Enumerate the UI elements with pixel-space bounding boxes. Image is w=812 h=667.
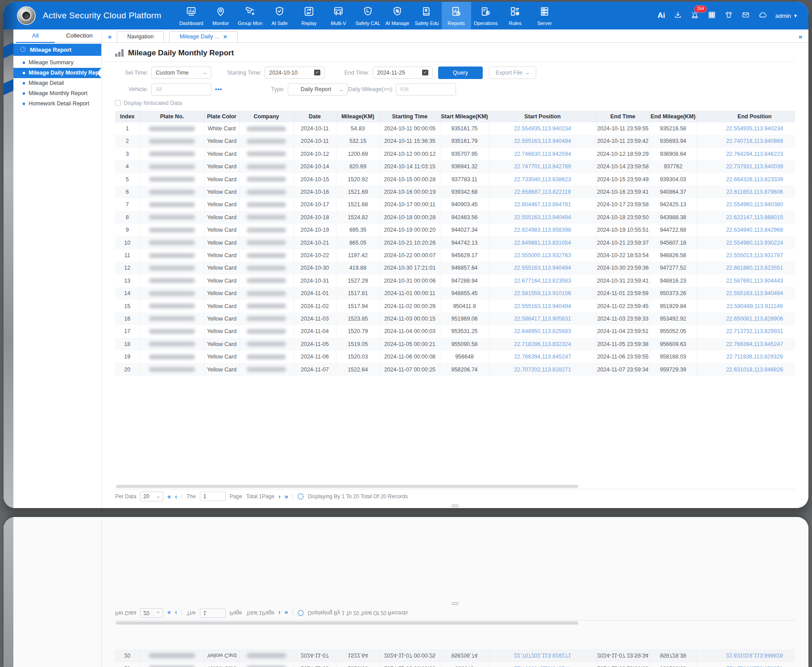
per-page-select[interactable]: 20 ⌄ [140,492,163,501]
cell-start_position[interactable]: 22.658687,113.822119 [489,186,596,198]
cell-end_position[interactable]: 22.711938,113.829329 [696,350,795,363]
cell-end_position[interactable]: 22.740718,113.840869 [696,135,795,147]
sidebar-item-mileage-summary[interactable]: Mileage Summary [13,58,101,68]
nav-item-ai-safe[interactable]: AI Safe [265,2,294,29]
calendar-icon[interactable]: ✓ [422,70,428,75]
nav-item-group-mon[interactable]: Group Mon [236,2,265,29]
cell-start_position[interactable]: 22.555163,113.940494 [489,300,596,312]
cell-start_position[interactable]: 22.707202,113.828271 [489,363,596,375]
cell-start_position[interactable]: 22.555163,113.940494 [489,262,596,274]
cell-end_position[interactable]: 22.764294,113.846223 [696,148,795,160]
nav-item-ai-manage[interactable]: AI Manage [383,2,412,29]
cell-start_position[interactable]: 22.649881,113.831054 [489,236,596,249]
next-page-icon[interactable]: › [278,492,281,501]
nav-item-dashboard[interactable]: Dashboard [177,2,206,29]
scrollbar-thumb[interactable] [116,485,578,488]
cell-start_position[interactable]: 22.604467,113.884781 [489,198,596,211]
cell-end_position[interactable]: 22.555163,113.940494 [696,287,795,300]
last-page-icon[interactable]: » [285,492,288,501]
admin-menu[interactable]: admin ▼ [775,13,798,19]
page-number-input[interactable] [200,492,226,501]
cell-start_position[interactable]: 22.677164,113.823583 [489,275,596,287]
util-mail-icon[interactable] [742,11,750,21]
sidebar-group-mileage-report[interactable]: Mileage Report [13,44,101,56]
resize-handle[interactable] [452,504,459,508]
the-label: The [186,610,196,617]
cell-start_position[interactable]: 22.555163,113.940494 [489,135,596,147]
cell-end_position[interactable]: 22.664326,113.823339 [696,173,795,185]
expand-panel-icon[interactable]: » [799,31,802,42]
cell-end_position[interactable]: 22.554960,113.930224 [696,236,795,249]
cell-end_position[interactable]: 22.713732,113.829931 [696,325,795,338]
cell-end_position[interactable]: 22.766394,113.845247 [696,338,795,350]
cell-start_position[interactable]: 22.766394,113.845247 [489,350,596,363]
vehicle-input[interactable] [156,86,207,92]
column-header-mileage-km: Mileage(KM) [336,111,380,122]
util-download-icon[interactable] [674,11,682,21]
refresh-spinner-icon[interactable] [298,493,304,500]
nav-item-safety-cal[interactable]: Safety CAL [353,2,383,29]
util-ai-text-icon[interactable]: Ai [658,11,665,20]
cell-end_position[interactable]: 22.681860,113.823551 [696,262,795,274]
cell-start_position[interactable]: 22.554935,113.940234 [489,122,596,135]
nav-item-monitor[interactable]: Monitor [206,2,236,29]
cell-end_position[interactable]: 22.634940,113.842968 [696,224,795,236]
cell-start_position[interactable]: 22.747701,113.842789 [489,160,596,173]
cell-end_position[interactable]: 22.580489,113.911149 [696,300,795,312]
nav-item-rules[interactable]: Rules [501,2,530,29]
util-alarm-icon[interactable]: 264 [691,11,699,21]
query-button[interactable]: Query [438,67,483,79]
display-nnlocated-checkbox[interactable] [115,100,121,106]
cell-end_position[interactable]: 22.554935,113.940234 [696,122,795,135]
cell-end_position[interactable]: 22.554960,113.940380 [696,198,795,211]
nav-item-safety-edu[interactable]: Safety Edu [412,2,442,29]
close-icon[interactable]: ✕ [223,32,228,42]
cell-end_position[interactable]: 22.587691,113.904443 [696,275,795,287]
cell-end_position[interactable]: 22.737931,113.840039 [696,160,795,173]
cell-start_position[interactable]: 22.733040,113.838623 [489,173,596,185]
tab-navigation[interactable]: Navigation [117,31,164,42]
cell-start_position[interactable]: 22.555163,113.940494 [489,211,596,224]
tab-mileage-daily[interactable]: Mileage Daily ... ✕ [169,31,238,42]
cell-start_position[interactable]: 22.718286,113.832324 [489,338,596,350]
vehicle-more-icon[interactable]: ••• [215,86,222,92]
type-select[interactable]: Daily Report ⌄ [288,83,348,96]
sidebar-item-mileage-detail[interactable]: Mileage Detail [13,78,101,88]
cell-start_position[interactable]: 22.624983,113.858398 [489,224,596,236]
daily-mileage-input[interactable] [400,86,452,92]
cell-end_position[interactable]: 22.622147,113.866015 [696,211,795,224]
nav-item-server[interactable]: Server [530,2,559,29]
cell-start_position[interactable]: 22.648950,113.825683 [489,325,596,338]
end-time-input[interactable]: 2024-11-25 ✓ [373,67,433,79]
cell-start_position[interactable]: 22.586417,113.905631 [489,313,596,325]
prev-page-icon[interactable]: ‹ [175,492,177,501]
table-row: 12Yellow Card2024-10-30419.882024-10-30 … [115,262,795,274]
sidebar-item-mileage-monthly-report[interactable]: Mileage Monthly Report [13,88,101,99]
cell-end_position[interactable]: 22.611653,113.879606 [696,186,795,198]
cell-end_mileage: 945607.18 [650,236,696,249]
sel-time-select[interactable]: Custom Time ⌄ [151,67,211,79]
util-clothes-icon[interactable] [725,11,733,21]
util-cloud-icon[interactable] [758,11,767,21]
export-file-button[interactable]: Export File ⌄ [489,67,536,79]
util-apps-grid-icon[interactable] [708,11,716,21]
cell-start_position[interactable]: 22.555000,113.932763 [489,249,596,262]
redacted-text [149,126,195,131]
nav-item-reports[interactable]: Reports [442,2,471,29]
calendar-icon[interactable]: ✓ [314,70,320,75]
cell-end_position[interactable]: 22.650081,113.828906 [696,313,795,325]
cell-end_position[interactable]: 22.555013,113.931787 [696,249,795,262]
nav-item-operations[interactable]: Operations [471,2,501,29]
collapse-sidebar-icon[interactable]: « [108,31,112,42]
starting-time-input[interactable]: 2024-10-10 ✓ [265,67,325,79]
sidebar-tab-all[interactable]: All [13,29,58,42]
cell-start_position[interactable]: 22.746630,113.842594 [489,148,596,160]
sidebar-item-mileage-daily-monthly-report[interactable]: Mileage Daily Monthly Report [13,68,101,78]
cell-end_position[interactable]: 22.631018,113.846826 [696,363,795,375]
cell-start_position[interactable]: 22.581559,113.910156 [489,287,596,300]
first-page-icon[interactable]: « [167,492,171,501]
sidebar-tab-collection[interactable]: Collection [58,29,102,42]
nav-item-replay[interactable]: Replay [294,2,324,29]
sidebar-item-homework-detail-report[interactable]: Homework Detail Report [13,99,101,109]
nav-item-multi-v[interactable]: Multi-V [324,2,353,29]
